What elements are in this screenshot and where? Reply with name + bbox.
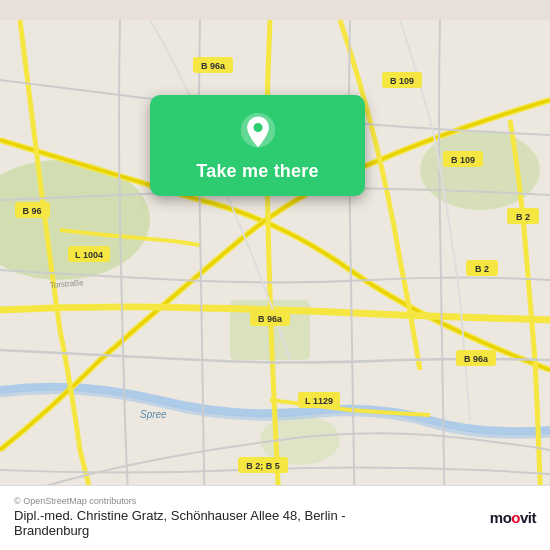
moovit-brand-text: moovit [490, 509, 536, 526]
svg-point-30 [253, 123, 262, 132]
cta-button-label: Take me there [196, 161, 318, 182]
svg-text:L 1129: L 1129 [305, 396, 333, 406]
address-text: Dipl.-med. Christine Gratz, Schönhauser … [14, 508, 404, 538]
map-background: B 96a B 109 B 96 L 1004 B 109 B 2 B 96a … [0, 0, 550, 550]
svg-text:B 96a: B 96a [258, 314, 283, 324]
svg-text:B 96a: B 96a [201, 61, 226, 71]
svg-text:B 109: B 109 [390, 76, 414, 86]
svg-text:B 2: B 2 [475, 264, 489, 274]
svg-text:B 96a: B 96a [464, 354, 489, 364]
svg-text:B 109: B 109 [451, 155, 475, 165]
bottom-bar: © OpenStreetMap contributors Dipl.-med. … [0, 485, 550, 550]
location-pin-icon [239, 113, 277, 151]
svg-text:Spree: Spree [140, 409, 167, 420]
svg-text:B 2: B 2 [516, 212, 530, 222]
moovit-accent: o [511, 509, 520, 526]
address-block: © OpenStreetMap contributors Dipl.-med. … [14, 496, 404, 538]
cta-card[interactable]: Take me there [150, 95, 365, 196]
map-container: B 96a B 109 B 96 L 1004 B 109 B 2 B 96a … [0, 0, 550, 550]
osm-attribution: © OpenStreetMap contributors [14, 496, 404, 506]
svg-text:L 1004: L 1004 [75, 250, 103, 260]
moovit-logo: moovit [490, 509, 536, 526]
svg-text:B 96: B 96 [22, 206, 41, 216]
svg-text:B 2; B 5: B 2; B 5 [246, 461, 280, 471]
